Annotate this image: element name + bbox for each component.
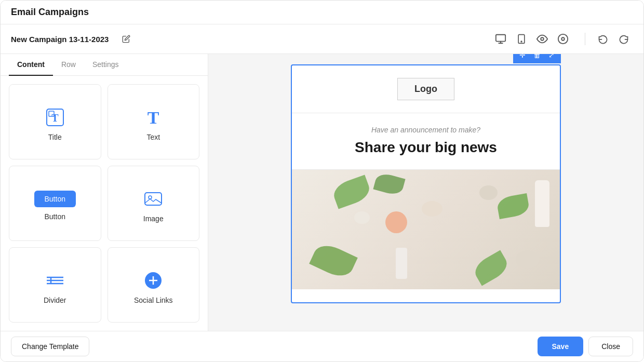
email-subtitle: Have an announcement to make? — [308, 126, 543, 134]
save-button[interactable]: Save — [538, 337, 584, 356]
redo-button[interactable] — [614, 30, 633, 48]
header: Email Campaigns — [1, 1, 643, 24]
content-item-social-links[interactable]: Social Links — [108, 247, 200, 323]
preview-button[interactable] — [533, 30, 552, 48]
button-item-label: Button — [45, 212, 65, 221]
image-item-label: Image — [143, 214, 164, 223]
delete-block-button[interactable]: 🗑 — [531, 54, 543, 61]
email-image-section — [292, 170, 560, 289]
move-block-button[interactable]: ✛ — [516, 54, 529, 61]
left-panel: Content Row Settings T Title — [1, 54, 208, 331]
divider-item-label: Divider — [44, 296, 66, 304]
campaign-name: New Campaign 13-11-2023 — [11, 35, 109, 44]
undo-button[interactable] — [594, 30, 612, 48]
tab-settings[interactable]: Settings — [84, 54, 127, 76]
mobile-view-button[interactable] — [512, 30, 531, 48]
footer: Change Template Save Close — [1, 331, 643, 361]
content-item-button[interactable]: Button ↗ Button — [9, 166, 101, 241]
button-icon: Button ↗ — [34, 191, 76, 207]
toolbar-divider — [585, 33, 585, 45]
close-button[interactable]: Close — [588, 337, 633, 356]
svg-point-2 — [521, 41, 522, 42]
desktop-view-button[interactable] — [491, 30, 510, 48]
title-item-label: Title — [48, 133, 62, 141]
app-title: Email Campaigns — [11, 7, 89, 18]
expand-block-button[interactable]: ⤢ — [545, 54, 558, 61]
text-icon: T — [143, 107, 164, 128]
content-item-image[interactable]: Image — [108, 166, 200, 241]
toolbar: New Campaign 13-11-2023 — [1, 24, 643, 54]
title-icon: T — [45, 107, 65, 128]
svg-rect-0 — [496, 35, 505, 42]
svg-point-3 — [541, 37, 544, 41]
svg-text:T: T — [51, 112, 59, 124]
email-canvas: ✛ 🗑 ⤢ Logo Have an announcement to make?… — [291, 64, 561, 303]
email-main-title: Share your big news — [308, 138, 543, 157]
svg-rect-10 — [145, 193, 162, 205]
history-controls — [594, 30, 633, 48]
svg-text:T: T — [147, 108, 159, 127]
main-content: Content Row Settings T Title — [1, 54, 643, 331]
settings-icon-button[interactable] — [554, 30, 572, 48]
email-text-section: Have an announcement to make? Share your… — [292, 113, 560, 170]
tab-row[interactable]: Row — [53, 54, 84, 76]
tab-content[interactable]: Content — [9, 54, 53, 76]
divider-icon — [45, 270, 65, 291]
footer-actions: Save Close — [538, 337, 634, 356]
image-icon — [143, 189, 164, 209]
email-logo-section: Logo — [292, 65, 560, 113]
device-selector — [491, 30, 572, 48]
content-grid: T Title T Text Button — [1, 76, 208, 331]
content-item-title[interactable]: T Title — [9, 84, 101, 159]
canvas-area[interactable]: ✛ 🗑 ⤢ Logo Have an announcement to make?… — [208, 54, 643, 331]
button-demo: Button ↗ — [34, 191, 76, 207]
email-logo: Logo — [397, 78, 454, 100]
svg-point-5 — [561, 37, 565, 41]
content-item-divider[interactable]: Divider — [9, 247, 101, 323]
text-item-label: Text — [146, 133, 160, 141]
social-links-item-label: Social Links — [134, 296, 173, 304]
canvas-toolbar: ✛ 🗑 ⤢ — [513, 54, 561, 63]
content-tabs: Content Row Settings — [1, 54, 208, 76]
edit-campaign-name-button[interactable] — [117, 30, 136, 48]
social-links-icon — [143, 270, 164, 291]
content-item-text[interactable]: T Text — [108, 84, 200, 159]
change-template-button[interactable]: Change Template — [11, 337, 89, 356]
svg-point-4 — [558, 34, 568, 44]
